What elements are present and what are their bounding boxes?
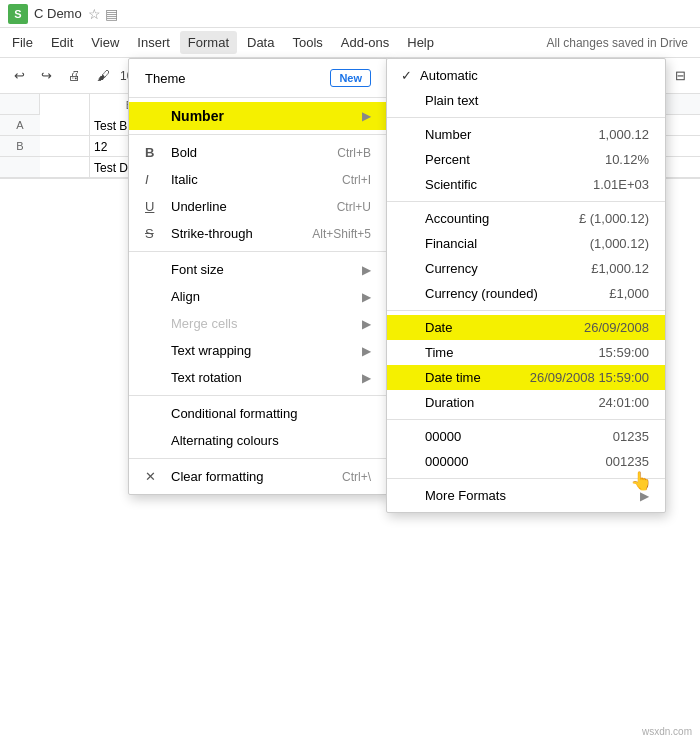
submenu-time[interactable]: Time 15:59:00 bbox=[387, 340, 665, 365]
app-icon: S bbox=[8, 4, 28, 24]
percent-value: 10.12% bbox=[605, 152, 649, 167]
toolbar-redo[interactable]: ↪ bbox=[35, 65, 58, 86]
col-header-a[interactable] bbox=[40, 94, 90, 115]
merge-arrow: ▶ bbox=[362, 317, 371, 331]
toolbar-merge[interactable]: ⊟ bbox=[669, 65, 692, 86]
submenu-custom2[interactable]: 000000 001235 bbox=[387, 449, 665, 474]
submenu-currency-rounded[interactable]: Currency (rounded) £1,000 bbox=[387, 281, 665, 306]
menu-bar: File Edit View Insert Format Data Tools … bbox=[0, 28, 700, 58]
more-formats-arrow: ▶ bbox=[640, 489, 649, 503]
date-time-label: Date time bbox=[425, 370, 530, 385]
format-menu-strikethrough[interactable]: S Strike-through Alt+Shift+5 bbox=[129, 220, 387, 247]
bold-shortcut: Ctrl+B bbox=[337, 146, 371, 160]
cell-a2[interactable] bbox=[40, 136, 90, 157]
star-icon[interactable]: ☆ bbox=[88, 6, 101, 22]
format-menu-conditional[interactable]: Conditional formatting bbox=[129, 400, 387, 427]
submenu-number[interactable]: Number 1,000.12 bbox=[387, 122, 665, 147]
toolbar-undo[interactable]: ↩ bbox=[8, 65, 31, 86]
sub-section-more: More Formats ▶ bbox=[387, 479, 665, 512]
time-label: Time bbox=[425, 345, 598, 360]
more-formats-label: More Formats bbox=[425, 488, 640, 503]
format-menu-theme[interactable]: Theme New bbox=[129, 63, 387, 93]
format-menu-italic[interactable]: I Italic Ctrl+I bbox=[129, 166, 387, 193]
format-menu-section-theme: Theme New bbox=[129, 59, 387, 98]
menu-addons[interactable]: Add-ons bbox=[333, 31, 397, 54]
menu-help[interactable]: Help bbox=[399, 31, 442, 54]
submenu-automatic[interactable]: ✓ Automatic bbox=[387, 63, 665, 88]
menu-format[interactable]: Format bbox=[180, 31, 237, 54]
menu-insert[interactable]: Insert bbox=[129, 31, 178, 54]
accounting-label: Accounting bbox=[425, 211, 579, 226]
cell-a3[interactable] bbox=[40, 157, 90, 178]
format-menu-alternating[interactable]: Alternating colours bbox=[129, 427, 387, 454]
submenu-date[interactable]: Date 26/09/2008 bbox=[387, 315, 665, 340]
theme-new-badge: New bbox=[330, 69, 371, 87]
format-menu-clear[interactable]: ✕ Clear formatting Ctrl+\ bbox=[129, 463, 387, 490]
date-time-value: 26/09/2008 15:59:00 bbox=[530, 370, 649, 385]
save-status: All changes saved in Drive bbox=[547, 36, 696, 50]
underline-label: Underline bbox=[171, 199, 321, 214]
submenu-more-formats[interactable]: More Formats ▶ bbox=[387, 483, 665, 508]
submenu-date-time[interactable]: Date time 26/09/2008 15:59:00 bbox=[387, 365, 665, 390]
format-menu-bold[interactable]: B Bold Ctrl+B bbox=[129, 139, 387, 166]
submenu-accounting[interactable]: Accounting £ (1,000.12) bbox=[387, 206, 665, 231]
format-menu-font-size[interactable]: Font size ▶ bbox=[129, 256, 387, 283]
submenu-duration[interactable]: Duration 24:01:00 bbox=[387, 390, 665, 415]
sub-section-custom: 00000 01235 000000 001235 bbox=[387, 420, 665, 479]
text-rotation-label: Text rotation bbox=[171, 370, 362, 385]
format-menu-text-wrapping[interactable]: Text wrapping ▶ bbox=[129, 337, 387, 364]
number-arrow: ▶ bbox=[362, 109, 371, 123]
text-wrapping-label: Text wrapping bbox=[171, 343, 362, 358]
submenu-financial[interactable]: Financial (1,000.12) bbox=[387, 231, 665, 256]
format-menu-section-layout: Font size ▶ Align ▶ Merge cells ▶ Text w… bbox=[129, 252, 387, 396]
menu-edit[interactable]: Edit bbox=[43, 31, 81, 54]
toolbar-paint[interactable]: 🖌 bbox=[91, 65, 116, 86]
strikethrough-menu-icon: S bbox=[145, 226, 165, 241]
format-menu-merge[interactable]: Merge cells ▶ bbox=[129, 310, 387, 337]
menu-data[interactable]: Data bbox=[239, 31, 282, 54]
alternating-label: Alternating colours bbox=[171, 433, 371, 448]
format-menu[interactable]: Theme New Number ▶ B Bold Ctrl+B I Itali… bbox=[128, 58, 388, 495]
font-size-arrow: ▶ bbox=[362, 263, 371, 277]
date-label: Date bbox=[425, 320, 584, 335]
submenu-scientific[interactable]: Scientific 1.01E+03 bbox=[387, 172, 665, 197]
menu-tools[interactable]: Tools bbox=[284, 31, 330, 54]
submenu-currency[interactable]: Currency £1,000.12 bbox=[387, 256, 665, 281]
merge-label: Merge cells bbox=[171, 316, 362, 331]
format-menu-underline[interactable]: U Underline Ctrl+U bbox=[129, 193, 387, 220]
clear-shortcut: Ctrl+\ bbox=[342, 470, 371, 484]
sub-section-numbers: Number 1,000.12 Percent 10.12% Scientifi… bbox=[387, 118, 665, 202]
italic-label: Italic bbox=[171, 172, 326, 187]
number-submenu[interactable]: ✓ Automatic Plain text Number 1,000.12 P… bbox=[386, 58, 666, 513]
automatic-label: Automatic bbox=[420, 68, 649, 83]
duration-value: 24:01:00 bbox=[598, 395, 649, 410]
menu-file[interactable]: File bbox=[4, 31, 41, 54]
cell-a1[interactable] bbox=[40, 115, 90, 136]
menu-view[interactable]: View bbox=[83, 31, 127, 54]
financial-label: Financial bbox=[425, 236, 590, 251]
format-menu-section-conditional: Conditional formatting Alternating colou… bbox=[129, 396, 387, 459]
duration-label: Duration bbox=[425, 395, 598, 410]
watermark: wsxdn.com bbox=[642, 726, 692, 737]
submenu-plain-text[interactable]: Plain text bbox=[387, 88, 665, 113]
submenu-custom1[interactable]: 00000 01235 bbox=[387, 424, 665, 449]
currency-label: Currency bbox=[425, 261, 591, 276]
bold-menu-icon: B bbox=[145, 145, 165, 160]
format-menu-section-clear: ✕ Clear formatting Ctrl+\ bbox=[129, 459, 387, 494]
sub-section-currency: Accounting £ (1,000.12) Financial (1,000… bbox=[387, 202, 665, 311]
number-label: Number bbox=[171, 108, 362, 124]
custom1-value: 01235 bbox=[613, 429, 649, 444]
submenu-percent[interactable]: Percent 10.12% bbox=[387, 147, 665, 172]
toolbar-print[interactable]: 🖨 bbox=[62, 65, 87, 86]
underline-shortcut: Ctrl+U bbox=[337, 200, 371, 214]
date-value: 26/09/2008 bbox=[584, 320, 649, 335]
folder-icon[interactable]: ▤ bbox=[105, 6, 118, 22]
strikethrough-shortcut: Alt+Shift+5 bbox=[312, 227, 371, 241]
plain-text-label: Plain text bbox=[425, 93, 649, 108]
italic-menu-icon: I bbox=[145, 172, 165, 187]
italic-shortcut: Ctrl+I bbox=[342, 173, 371, 187]
format-menu-align[interactable]: Align ▶ bbox=[129, 283, 387, 310]
text-rotation-arrow: ▶ bbox=[362, 371, 371, 385]
format-menu-text-rotation[interactable]: Text rotation ▶ bbox=[129, 364, 387, 391]
format-menu-number[interactable]: Number ▶ bbox=[129, 102, 387, 130]
